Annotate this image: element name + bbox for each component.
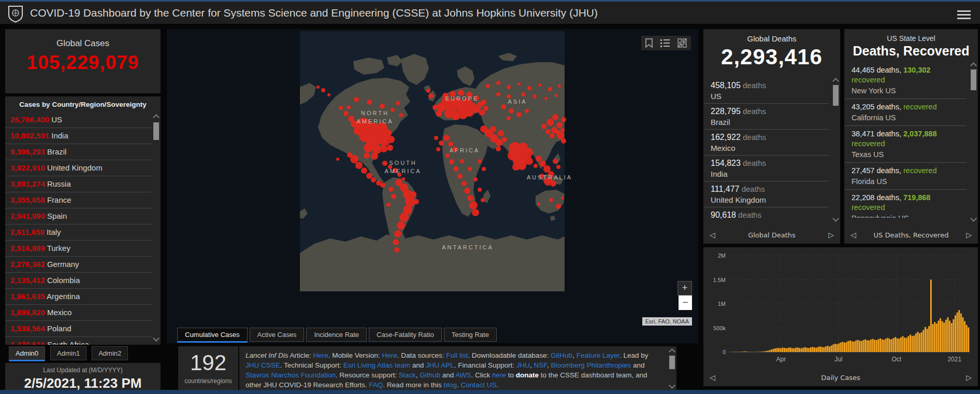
list-item[interactable]: 43,205 deaths, recoveredCalifornia US [844, 99, 967, 126]
deaths-line: 228,795 deaths [711, 107, 829, 116]
pager-next-icon[interactable]: ▷ [963, 231, 975, 239]
label-south: SOUTH [389, 160, 417, 166]
list-item[interactable]: 9,396,293 Brazil [5, 144, 152, 160]
list-item[interactable]: 2,941,990 Spain [5, 208, 152, 224]
label-north: NORTH [361, 110, 389, 116]
map-zoom-out-button[interactable]: − [679, 295, 692, 310]
deaths-line: 458,105 deaths [711, 81, 829, 90]
info-link[interactable]: Stavros Niarchos Foundation [246, 371, 336, 379]
donate-emphasis: donate [516, 371, 539, 379]
scroll-down-icon[interactable] [832, 215, 839, 222]
list-item[interactable]: 22,208 deaths, 719,868 recoveredPennsylv… [844, 190, 967, 218]
legend-list-icon[interactable] [660, 39, 670, 47]
list-item[interactable]: 458,105 deathsUS [703, 78, 829, 104]
scrollbar-thumb[interactable] [153, 122, 159, 140]
jhu-logo-icon [7, 5, 24, 25]
list-item[interactable]: 154,823 deathsIndia [703, 156, 829, 181]
daily-cases-chart[interactable]: 0500k1M1.5M2MAprJulOct2021 [703, 247, 978, 368]
list-item[interactable]: 26,766,400 US [5, 112, 152, 128]
list-item[interactable]: 2,135,412 Colombia [5, 273, 152, 289]
pager-prev-icon[interactable]: ◁ [707, 373, 718, 382]
deaths-line: 90,618 deaths [711, 210, 829, 219]
countries-count-panel: 192 countries/regions [178, 346, 238, 392]
info-link[interactable]: here [492, 371, 506, 379]
scroll-up-icon[interactable] [669, 348, 675, 355]
info-link[interactable]: Bloomberg Philanthropies [551, 361, 631, 369]
list-item[interactable]: 38,471 deaths, 2,037,888 recoveredTexas … [844, 126, 967, 163]
list-item[interactable]: 3,922,910 United Kingdom [5, 160, 152, 176]
list-item[interactable]: 90,618 deathsItaly [703, 207, 829, 219]
info-link[interactable]: JHU APL [426, 361, 454, 369]
scroll-down-icon[interactable] [970, 215, 977, 222]
map-tab-case-fatality-ratio[interactable]: Case-Fatality Ratio [369, 328, 442, 342]
list-item[interactable]: 1,539,564 Poland [5, 321, 152, 337]
info-link[interactable]: Here [313, 351, 328, 359]
bookmark-icon[interactable] [645, 38, 653, 48]
info-text-segment: , [572, 351, 577, 359]
pager-next-icon[interactable]: ▷ [825, 231, 837, 239]
cases-by-country-header: Cases by Country/Region/Sovereignty [5, 101, 161, 108]
info-link[interactable]: Esri Living Atlas team [343, 361, 410, 369]
list-item[interactable]: 2,611,659 Italy [5, 224, 152, 241]
map-tab-testing-rate[interactable]: Testing Rate [444, 328, 497, 342]
label-asia: ASIA [508, 98, 527, 105]
covid-dashboard: COVID-19 Dashboard by the Center for Sys… [0, 0, 980, 394]
map-tab-active-cases[interactable]: Active Cases [250, 328, 305, 342]
info-scrollbar[interactable] [668, 348, 676, 390]
info-link[interactable]: Contact US [460, 381, 496, 389]
info-link[interactable]: Github [420, 371, 440, 379]
list-item[interactable]: 3,355,658 France [5, 192, 152, 208]
info-text-segment: and [410, 361, 426, 369]
list-item[interactable]: 3,891,274 Russia [5, 176, 152, 192]
info-link[interactable]: JHU CSSE [246, 361, 280, 369]
list-item[interactable]: 2,276,362 Germany [5, 257, 152, 273]
list-item[interactable]: 27,457 deaths, recoveredFlorida US [844, 163, 967, 190]
list-item[interactable]: 1,961,635 Argentina [5, 289, 152, 305]
list-item[interactable]: 228,795 deathsBrazil [703, 104, 829, 130]
world-map[interactable]: NORTH AMERICA SOUTH AMERICA EUROPE ASIA … [167, 29, 698, 343]
country-list-scrollbar[interactable] [152, 113, 160, 344]
admin-tab-admin0[interactable]: Admin0 [9, 346, 45, 361]
list-item[interactable]: 10,802,591 India [5, 128, 152, 144]
scroll-down-icon[interactable] [669, 382, 675, 389]
info-link[interactable]: blog [443, 381, 457, 389]
list-item[interactable]: 1,470,516 South Africa [5, 337, 152, 345]
scroll-up-icon[interactable] [970, 62, 977, 69]
list-item[interactable]: 2,516,889 Turkey [5, 241, 152, 257]
map-canvas[interactable]: NORTH AMERICA SOUTH AMERICA EUROPE ASIA … [167, 29, 698, 343]
admin-tab-admin1[interactable]: Admin1 [50, 346, 87, 360]
map-tab-incidence-rate[interactable]: Incidence Rate [306, 328, 367, 342]
admin-tab-admin2[interactable]: Admin2 [92, 346, 128, 360]
info-link[interactable]: Full list [446, 351, 468, 359]
pager-prev-icon[interactable]: ◁ [847, 231, 859, 239]
list-item[interactable]: 1,899,820 Mexico [5, 305, 152, 321]
scroll-up-icon[interactable] [153, 114, 160, 121]
info-link[interactable]: AWS [455, 371, 471, 379]
pager-prev-icon[interactable]: ◁ [707, 231, 718, 239]
deaths-recovered-line: 38,471 deaths, 2,037,888 recovered [852, 129, 964, 149]
scrollbar-thumb[interactable] [833, 85, 839, 106]
map-zoom-in-button[interactable]: + [678, 281, 692, 295]
list-item[interactable]: 44,465 deaths, 130,302 recoveredNew York… [844, 62, 967, 99]
info-link[interactable]: Here [382, 351, 397, 359]
hamburger-menu-icon[interactable] [957, 8, 971, 21]
scrollbar-thumb[interactable] [669, 356, 675, 369]
scrollbar-thumb[interactable] [971, 69, 976, 90]
us-list-scrollbar[interactable] [970, 62, 977, 223]
info-link[interactable]: FAQ [369, 381, 383, 389]
deaths-list-scrollbar[interactable] [832, 78, 840, 223]
list-item[interactable]: 111,477 deathsUnited Kingdom [703, 181, 829, 207]
map-tab-cumulative-cases[interactable]: Cumulative Cases [177, 328, 248, 343]
info-link[interactable]: Feature Layer [577, 351, 619, 359]
info-link[interactable]: NSF [534, 361, 547, 369]
info-link[interactable]: JHU [516, 361, 530, 369]
info-link[interactable]: Slack [399, 371, 416, 379]
basemap-grid-icon[interactable] [678, 38, 687, 48]
label-australia: AUSTRALIA [527, 174, 572, 180]
scroll-up-icon[interactable] [832, 78, 839, 85]
list-item[interactable]: 162,922 deathsMexico [703, 130, 829, 156]
label-africa: AFRICA [450, 147, 480, 153]
scroll-down-icon[interactable] [153, 335, 160, 342]
pager-next-icon[interactable]: ▷ [963, 373, 975, 382]
info-link[interactable]: GitHub [551, 351, 572, 359]
